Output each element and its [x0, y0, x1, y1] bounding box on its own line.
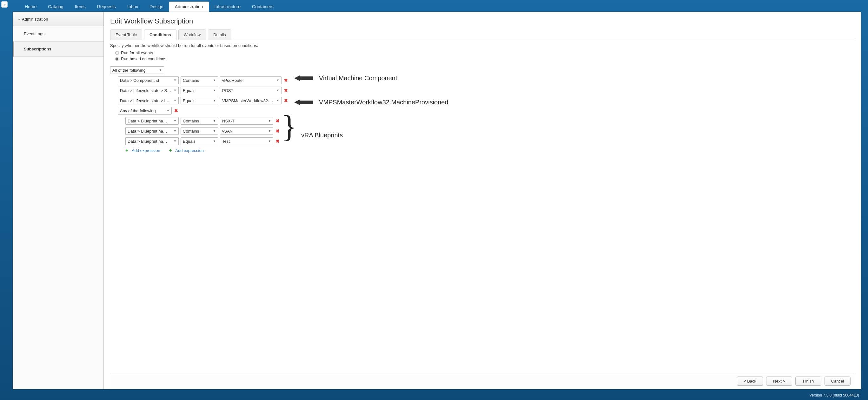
delete-row-button[interactable]: ✖	[275, 129, 280, 134]
nav-tab-containers[interactable]: Containers	[246, 2, 279, 12]
cancel-button[interactable]: Cancel	[825, 376, 850, 386]
nav-tab-catalog[interactable]: Catalog	[42, 2, 69, 12]
select-value: Data > Blueprint na…	[128, 129, 167, 134]
add-expression-button[interactable]: + Add expression	[125, 148, 160, 153]
radio-label: Run for all events	[121, 51, 153, 55]
nav-tab-inbox[interactable]: Inbox	[122, 2, 144, 12]
select-value: Equals	[183, 139, 195, 144]
field-select[interactable]: Data > Blueprint na…▼	[125, 137, 179, 145]
delete-row-button[interactable]: ✖	[283, 98, 288, 103]
chevron-down-icon: ▼	[268, 129, 271, 133]
value-select[interactable]: NSX-T▼	[220, 117, 273, 125]
chevron-down-icon: ▼	[166, 109, 169, 112]
radio-run-all[interactable]: Run for all events	[115, 51, 854, 55]
add-expression-label: Add expression	[132, 148, 160, 153]
wizard-tabs: Event TopicConditionsWorkflowDetails	[110, 29, 854, 40]
chevron-down-icon: ▼	[213, 140, 216, 143]
value-select[interactable]: Test▼	[220, 137, 273, 145]
select-value: Data > Blueprint na…	[128, 139, 167, 144]
select-value: Any of the following	[120, 108, 156, 113]
select-value: Contains	[183, 129, 199, 134]
finish-button[interactable]: Finish	[795, 376, 822, 386]
conditions-builder: All of the following ▼ Data > Component …	[110, 64, 854, 153]
expand-sidebar-button[interactable]: »	[1, 1, 8, 8]
chevron-down-icon: ▼	[174, 119, 177, 123]
main-panel: Edit Workflow Subscription Event TopicCo…	[104, 12, 861, 389]
radio-label: Run based on conditions	[121, 57, 166, 61]
value-select[interactable]: vSAN▼	[220, 127, 273, 135]
select-value: VMPSMasterWorkflow32.…	[222, 98, 273, 103]
chevron-down-icon: ▼	[276, 89, 279, 92]
chevron-down-icon: ▼	[213, 119, 216, 123]
select-value: Equals	[183, 88, 195, 93]
condition-row: Data > Component id▼Contains▼vPodRouter▼…	[118, 76, 854, 84]
chevron-down-icon: ▼	[159, 68, 162, 72]
nav-tab-administration[interactable]: Administration	[169, 2, 209, 12]
chevron-down-icon: ▼	[276, 79, 279, 82]
operator-select[interactable]: Equals▼	[181, 137, 218, 145]
condition-row: Data > Lifecycle state > L…▼Equals▼VMPSM…	[118, 97, 854, 104]
sidebar-item-subscriptions[interactable]: Subscriptions	[13, 41, 103, 57]
breadcrumb[interactable]: ◂ Administration	[13, 12, 103, 26]
field-select[interactable]: Data > Blueprint na…▼	[125, 127, 179, 135]
nav-tab-infrastructure[interactable]: Infrastructure	[209, 2, 246, 12]
select-value: Data > Lifecycle state > L…	[120, 98, 171, 103]
chevron-right-icon: »	[3, 2, 6, 7]
chevron-down-icon: ▼	[213, 79, 216, 82]
operator-select[interactable]: Contains▼	[181, 117, 218, 125]
add-expression-label: Add expression	[175, 148, 204, 153]
chevron-down-icon: ▼	[268, 119, 271, 123]
operator-select[interactable]: Equals▼	[181, 87, 218, 94]
field-select[interactable]: Data > Component id▼	[118, 76, 179, 84]
wizard-tab-workflow[interactable]: Workflow	[178, 30, 206, 40]
operator-select[interactable]: Equals▼	[181, 97, 218, 104]
page-title: Edit Workflow Subscription	[110, 17, 854, 25]
next-button[interactable]: Next >	[766, 376, 792, 386]
value-select[interactable]: VMPSMasterWorkflow32.…▼	[220, 97, 281, 104]
operator-select[interactable]: Contains▼	[181, 76, 218, 84]
condition-row: Data > Blueprint na…▼Contains▼vSAN▼✖	[125, 127, 854, 135]
group-operator-select[interactable]: Any of the following ▼	[118, 107, 172, 114]
delete-row-button[interactable]: ✖	[275, 139, 280, 144]
select-value: Data > Lifecycle state > S…	[120, 88, 171, 93]
chevron-down-icon: ▼	[268, 140, 271, 143]
chevron-down-icon: ▼	[174, 99, 177, 102]
add-expression-button[interactable]: + Add expression	[169, 148, 204, 153]
chevron-down-icon: ▼	[174, 89, 177, 92]
wizard-tab-event-topic[interactable]: Event Topic	[110, 30, 142, 40]
plus-icon: +	[125, 148, 130, 153]
field-select[interactable]: Data > Lifecycle state > S…▼	[118, 87, 179, 94]
nav-tab-design[interactable]: Design	[144, 2, 169, 12]
back-button[interactable]: < Back	[737, 376, 763, 386]
chevron-down-icon: ▼	[174, 140, 177, 143]
field-select[interactable]: Data > Lifecycle state > L…▼	[118, 97, 179, 104]
sidebar-item-event-logs[interactable]: Event Logs	[13, 26, 103, 41]
radio-run-conditions[interactable]: Run based on conditions	[115, 57, 854, 61]
value-select[interactable]: vPodRouter▼	[220, 76, 281, 84]
wizard-tab-details[interactable]: Details	[208, 30, 231, 40]
nav-tab-items[interactable]: Items	[69, 2, 91, 12]
delete-row-button[interactable]: ✖	[283, 78, 288, 83]
wizard-tab-conditions[interactable]: Conditions	[144, 30, 177, 40]
field-select[interactable]: Data > Blueprint na…▼	[125, 117, 179, 125]
chevron-down-icon: ▼	[213, 129, 216, 133]
select-value: NSX-T	[222, 119, 235, 123]
operator-select[interactable]: Contains▼	[181, 127, 218, 135]
group-operator-select[interactable]: All of the following ▼	[110, 66, 164, 74]
sidebar: ◂ Administration Event LogsSubscriptions	[13, 12, 104, 389]
select-value: Contains	[183, 119, 199, 123]
radio-icon	[115, 51, 119, 55]
select-value: vPodRouter	[222, 78, 244, 83]
select-value: All of the following	[112, 68, 146, 73]
delete-row-button[interactable]: ✖	[283, 88, 288, 93]
select-value: vSAN	[222, 129, 232, 134]
condition-row: Data > Blueprint na…▼Contains▼NSX-T▼✖	[125, 117, 854, 125]
nav-tab-requests[interactable]: Requests	[91, 2, 122, 12]
delete-group-button[interactable]: ✖	[174, 108, 179, 113]
value-select[interactable]: POST▼	[220, 87, 281, 94]
delete-row-button[interactable]: ✖	[275, 118, 280, 123]
select-value: POST	[222, 88, 233, 93]
conditions-hint: Specify whether the workflow should be r…	[110, 43, 854, 48]
nav-tab-home[interactable]: Home	[19, 2, 42, 12]
radio-icon	[115, 57, 119, 61]
